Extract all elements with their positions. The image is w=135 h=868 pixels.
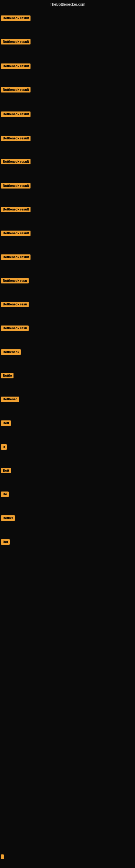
bottleneck-badge-7[interactable]: Bottleneck result bbox=[1, 159, 31, 164]
result-row-5: Bottleneck result bbox=[1, 112, 31, 118]
page-wrapper: TheBottlenecker.com Bottleneck result Bo… bbox=[0, 0, 135, 868]
result-row-18: Bott bbox=[1, 421, 11, 427]
bottleneck-badge-8[interactable]: Bottleneck result bbox=[1, 183, 31, 188]
result-row-20: Bott bbox=[1, 468, 11, 474]
result-row-23: Bot bbox=[1, 539, 10, 546]
bottleneck-badge-16[interactable]: Bottle bbox=[1, 373, 13, 378]
result-row-19: B bbox=[1, 444, 7, 451]
site-title: TheBottlenecker.com bbox=[0, 0, 135, 8]
bottleneck-badge-2[interactable]: Bottleneck result bbox=[1, 39, 31, 44]
result-row-10: Bottleneck result bbox=[1, 230, 31, 237]
bottleneck-badge-11[interactable]: Bottleneck result bbox=[1, 254, 31, 260]
result-row-22: Bottler bbox=[1, 516, 15, 522]
bottleneck-badge-15[interactable]: Bottleneck bbox=[1, 349, 21, 355]
result-row-4: Bottleneck result bbox=[1, 87, 31, 94]
bottleneck-badge-23[interactable]: Bot bbox=[1, 539, 10, 545]
bottleneck-badge-19[interactable]: B bbox=[1, 444, 7, 450]
bottleneck-badge-3[interactable]: Bottleneck result bbox=[1, 63, 31, 69]
result-row-15: Bottleneck bbox=[1, 349, 21, 356]
result-row-9: Bottleneck result bbox=[1, 207, 31, 213]
result-row-21: Bo bbox=[1, 492, 9, 498]
bottleneck-badge-24 bbox=[1, 855, 4, 859]
bottleneck-badge-22[interactable]: Bottler bbox=[1, 516, 15, 521]
bottleneck-badge-9[interactable]: Bottleneck result bbox=[1, 207, 31, 212]
result-row-8: Bottleneck result bbox=[1, 183, 31, 190]
bottleneck-badge-5[interactable]: Bottleneck result bbox=[1, 112, 31, 117]
bottleneck-badge-18[interactable]: Bott bbox=[1, 421, 11, 426]
bottleneck-badge-6[interactable]: Bottleneck result bbox=[1, 135, 31, 141]
bottleneck-badge-12[interactable]: Bottleneck resu bbox=[1, 278, 29, 283]
bottleneck-badge-17[interactable]: Bottlenec bbox=[1, 397, 19, 402]
result-row-24 bbox=[1, 855, 4, 860]
bottleneck-badge-20[interactable]: Bott bbox=[1, 468, 11, 473]
result-row-16: Bottle bbox=[1, 373, 13, 379]
result-row-11: Bottleneck result bbox=[1, 254, 31, 261]
result-row-2: Bottleneck result bbox=[1, 39, 31, 45]
bottleneck-badge-4[interactable]: Bottleneck result bbox=[1, 87, 31, 93]
result-row-7: Bottleneck result bbox=[1, 159, 31, 165]
result-row-13: Bottleneck resu bbox=[1, 302, 29, 308]
bottleneck-badge-1[interactable]: Bottleneck result bbox=[1, 16, 31, 21]
result-row-14: Bottleneck resu bbox=[1, 326, 29, 332]
bottleneck-badge-13[interactable]: Bottleneck resu bbox=[1, 302, 29, 307]
result-row-12: Bottleneck resu bbox=[1, 278, 29, 284]
bottleneck-badge-14[interactable]: Bottleneck resu bbox=[1, 326, 29, 331]
result-row-17: Bottlenec bbox=[1, 397, 19, 403]
bottleneck-badge-21[interactable]: Bo bbox=[1, 492, 9, 497]
result-row-3: Bottleneck result bbox=[1, 63, 31, 70]
result-row-6: Bottleneck result bbox=[1, 135, 31, 142]
result-row-1: Bottleneck result bbox=[1, 16, 31, 22]
bottleneck-badge-10[interactable]: Bottleneck result bbox=[1, 230, 31, 236]
